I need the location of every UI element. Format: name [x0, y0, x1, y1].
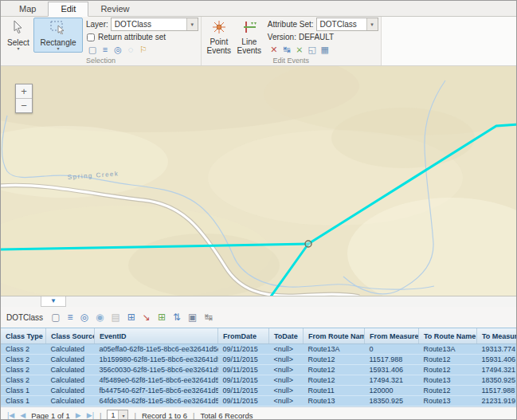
select-dropdown-caret[interactable]: ▾ — [17, 47, 19, 51]
column-header-class-type[interactable]: Class Type — [1, 328, 46, 344]
tab-edit[interactable]: Edit — [48, 2, 88, 17]
last-page-icon[interactable]: ▶| — [87, 411, 94, 419]
select-tool-button[interactable]: Select ▾ — [3, 18, 33, 53]
table-cell: 120000 — [365, 386, 419, 396]
table-cell: 09/11/2015 — [218, 386, 269, 396]
panel-divider: ▼ — [1, 296, 516, 307]
list-view-icon[interactable]: ≡ — [67, 312, 72, 323]
save-icon[interactable]: ▤ — [111, 312, 119, 323]
attribute-set-value: DOTClass — [317, 20, 366, 29]
table-row[interactable]: Class 2Calculateda05effa0-62f8-11e5-8bc6… — [1, 344, 517, 355]
column-header-fromdate[interactable]: FromDate — [218, 328, 269, 344]
sort-records-icon[interactable]: ⇅ — [173, 312, 181, 323]
previous-page-icon[interactable]: ◀ — [20, 411, 25, 419]
tab-map[interactable]: Map — [7, 2, 48, 16]
ribbon: Map Edit Review Select ▾ — [1, 1, 516, 66]
selection-options-icon[interactable]: ⚐ — [137, 45, 150, 55]
table-cell: 11517.988 — [477, 386, 517, 396]
table-cell: Class 1 — [1, 386, 46, 396]
record-range-label: Record 1 to 6 — [142, 411, 187, 420]
next-page-icon[interactable]: ▶ — [76, 411, 81, 419]
table-cell: Calculated — [46, 355, 95, 365]
column-header-to-measure[interactable]: To Measure — [477, 328, 517, 344]
zoom-in-button[interactable]: + — [16, 84, 32, 99]
tab-review[interactable]: Review — [88, 2, 141, 16]
measure-range-icon[interactable]: ↹ — [204, 312, 212, 323]
collapse-panel-button[interactable]: ▼ — [41, 296, 66, 307]
table-row[interactable]: Class 2Calculated4f5489e0-62f8-11e5-8bc6… — [1, 375, 517, 386]
version-value: DEFAULT — [299, 33, 334, 41]
extend-event-icon[interactable]: ↹ — [280, 45, 293, 55]
zoom-to-selected-icon[interactable]: ◎ — [112, 45, 124, 55]
first-page-icon[interactable]: |◀ — [7, 411, 14, 419]
table-row[interactable]: Class 1Calculated64fde340-62f8-11e5-8bc6… — [1, 396, 517, 406]
return-attribute-set-checkbox[interactable] — [87, 33, 95, 41]
table-row[interactable]: Class 1Calculatedfb447540-62f7-11e5-8bc6… — [1, 386, 517, 396]
table-row[interactable]: Class 2Calculated356c0030-62f8-11e5-8bc6… — [1, 365, 517, 375]
layer-dropdown-caret-icon[interactable]: ▾ — [186, 18, 198, 30]
table-cell: 19313.774 — [477, 344, 517, 355]
table-cell: <null> — [269, 396, 304, 406]
table-cell: Route12 — [304, 365, 365, 375]
rectangle-dropdown-caret[interactable]: ▾ — [57, 47, 59, 51]
route-junction-marker[interactable] — [305, 241, 311, 247]
table-cell: Route13 — [419, 375, 477, 386]
event-table-icon[interactable]: ▦ — [319, 45, 331, 55]
delete-event-icon[interactable]: ✕ — [268, 45, 280, 55]
selection-group-label: Selection — [3, 57, 198, 65]
point-events-button[interactable]: Point Events — [204, 18, 234, 57]
attribute-set-dropdown[interactable]: DOTClass ▾ — [316, 18, 378, 31]
select-cursor-icon — [10, 20, 26, 37]
pan-to-selection-icon[interactable]: ◉ — [96, 312, 104, 323]
identify-icon[interactable]: ▣ — [188, 312, 197, 323]
table-toolbar-icons: ▢≡◎◉▤⊞↘⊞⇅▣↹ — [51, 312, 212, 323]
clear-selection-icon[interactable]: ◌ — [124, 45, 137, 55]
select-records-icon[interactable]: ▢ — [51, 312, 60, 323]
table-cell: 18350.925 — [365, 396, 419, 406]
split-event-icon[interactable]: ⨯ — [293, 45, 306, 55]
table-cell: a05effa0-62f8-11e5-8bc6-ee32641d5ec9 — [95, 344, 218, 355]
layer-dropdown[interactable]: DOTClass ▾ — [111, 18, 198, 31]
point-events-icon — [211, 20, 227, 37]
edit-events-tool-icons: ✕↹⨯◱▦ — [268, 45, 378, 55]
zoom-out-button[interactable]: − — [16, 99, 32, 112]
rectangle-tool-button[interactable]: Rectangle ▾ — [33, 18, 83, 53]
ribbon-content: Select ▾ Rectangle ▾ Layer: — [1, 17, 516, 65]
event-attributes-table: Class TypeClass SourceEventIDFromDateToD… — [1, 328, 517, 406]
pagination-bar: |◀ ◀ Page 1 of 1 ▶ ▶| | 1 ▾ | Record 1 t… — [1, 406, 516, 420]
map-view[interactable]: Spring Creek + − — [1, 66, 516, 296]
column-header-eventid[interactable]: EventID — [95, 328, 218, 344]
page-select[interactable]: 1 ▾ — [107, 410, 128, 420]
table-row[interactable]: Class 2Calculated1b159980-62f8-11e5-8bc6… — [1, 355, 517, 365]
table-cell: Class 2 — [1, 344, 46, 355]
column-header-todate[interactable]: ToDate — [269, 328, 304, 344]
column-header-to-route-name[interactable]: To Route Name — [419, 328, 477, 344]
table-title: DOTClass — [6, 313, 43, 322]
column-header-class-source[interactable]: Class Source — [46, 328, 95, 344]
attribute-set-dropdown-caret-icon[interactable]: ▾ — [366, 18, 378, 30]
open-table-icon[interactable]: ⊞ — [127, 312, 135, 323]
event-window-icon[interactable]: ◱ — [306, 45, 319, 55]
column-header-from-measure[interactable]: From Measure — [365, 328, 419, 344]
go-to-measure-icon[interactable]: ↘ — [143, 312, 151, 323]
table-cell: 64fde340-62f8-11e5-8bc6-ee32641d5ec9 — [95, 396, 218, 406]
edit-events-group-label: Edit Events — [204, 57, 378, 65]
selection-list-icon[interactable]: ≡ — [99, 45, 112, 55]
column-header-from-route-name[interactable]: From Route Name — [304, 328, 365, 344]
map-zoom-control: + − — [15, 84, 33, 113]
select-by-rectangle-icon[interactable]: ▢ — [86, 45, 99, 55]
table-cell: Calculated — [46, 375, 95, 386]
table-cell: <null> — [269, 386, 304, 396]
table-cell: 09/11/2015 — [218, 365, 269, 375]
line-events-button[interactable]: Line Events — [234, 18, 264, 57]
table-cell: Route12 — [419, 355, 477, 365]
zoom-to-selection-icon[interactable]: ◎ — [80, 312, 88, 323]
page-select-value: 1 — [108, 411, 118, 419]
version-label: Version: — [268, 33, 296, 41]
attribute-set-label: Attribute Set: — [268, 20, 314, 29]
page-select-caret-icon[interactable]: ▾ — [118, 410, 127, 420]
selection-tool-icons: ▢≡◎◌⚐ — [86, 45, 198, 55]
append-record-icon[interactable]: ⊞ — [158, 312, 166, 323]
selection-group: Select ▾ Rectangle ▾ Layer: — [1, 17, 202, 65]
table-cell: Class 2 — [1, 375, 46, 386]
